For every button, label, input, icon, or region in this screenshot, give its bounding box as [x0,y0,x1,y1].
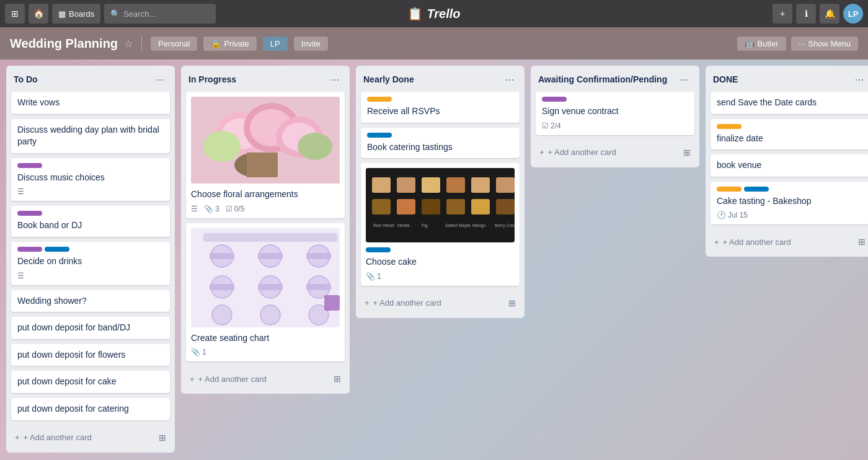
info-button[interactable]: ℹ [796,4,816,24]
card-deposit-catering[interactable]: put down deposit for catering [11,398,170,420]
column-inprogress-menu-btn[interactable]: ··· [327,72,342,87]
personal-button[interactable]: Personal [151,37,197,51]
topbar-right: + ℹ 🔔 LP [773,4,863,24]
column-inprogress-header: In Progress ··· [181,66,350,92]
svg-rect-12 [203,233,337,242]
card-discuss-music[interactable]: Discuss music choices ☰ [11,158,170,201]
card-book-venue[interactable]: book venue [711,154,868,177]
column-todo-title: To Do [14,74,38,84]
column-nearlydone-cards: Receive all RSVPs Book catering tastings [356,92,525,291]
column-inprogress-cards: Choose floral arrangements ☰ 📎 3 ☑ 0/5 [181,92,350,366]
card-decide-drinks[interactable]: Decide on drinks ☰ [11,242,170,285]
user-avatar[interactable]: LP [843,4,863,24]
svg-rect-30 [372,177,391,193]
cake-image: Red Velvet Vanilla Fig Salted Maple Mang… [366,168,515,242]
card-seating-chart[interactable]: Create seating chart 📎 1 [186,223,345,362]
label-blue [367,133,392,138]
done-add-card-btn[interactable]: + + Add another card ⊞ [708,232,868,252]
nearlydone-add-card-btn[interactable]: + + Add another card ⊞ [358,293,522,313]
card-receive-rsvps[interactable]: Receive all RSVPs [361,92,520,123]
add-button[interactable]: + [773,4,792,24]
lp-button[interactable]: LP [263,37,288,51]
card-book-catering[interactable]: Book catering tastings [361,128,520,159]
card-choose-cake[interactable]: Red Velvet Vanilla Fig Salted Maple Mang… [361,163,520,286]
label-purple [542,97,567,102]
column-done-title: DONE [713,74,738,84]
inprogress-add-card-btn[interactable]: + + Add another card ⊞ [184,369,347,389]
label-purple [17,163,42,168]
header-divider [141,36,142,51]
card-title: Choose cake [366,256,515,268]
template-icon: ⊞ [334,374,341,384]
card-book-band[interactable]: Book band or DJ [11,206,170,237]
card-write-vows[interactable]: Write vows [11,92,170,114]
column-nearlydone-header: Nearly Done ··· [356,66,525,92]
card-save-date-cards[interactable]: send Save the Date cards [711,92,868,114]
card-deposit-band[interactable]: put down deposit for band/DJ [11,317,170,339]
svg-point-26 [260,305,280,325]
column-awaiting-cards: Sign venue contract ☑ 2/4 [531,92,699,140]
svg-rect-10 [247,153,278,177]
svg-point-25 [212,305,232,325]
checklist-icon: ☑ [542,122,549,130]
card-finalize-date[interactable]: finalize date [711,119,868,150]
card-title: Discuss wedding day plan with bridal par… [17,124,164,148]
svg-rect-23 [258,284,283,290]
add-card-label: + Add another card [373,298,441,307]
label-yellow [717,187,742,192]
search-button[interactable]: 🔍 Search... [104,4,216,24]
boards-label: Boards [69,9,94,19]
column-done-header: DONE ··· [706,66,868,92]
card-sign-venue[interactable]: Sign venue contract ☑ 2/4 [536,92,694,135]
add-card-icon: + [15,433,20,442]
label-yellow [367,97,392,102]
card-title: put down deposit for band/DJ [17,322,164,334]
svg-rect-33 [446,177,465,193]
template-icon: ⊞ [508,298,516,308]
card-labels [542,97,688,102]
card-title: Write vows [17,97,164,109]
card-wedding-shower[interactable]: Wedding shower? [11,290,170,312]
desc-icon: ☰ [17,272,24,280]
notification-button[interactable]: 🔔 [820,4,839,24]
floral-image [191,97,340,184]
column-done-menu-btn[interactable]: ··· [852,72,867,87]
lock-icon: 🔒 [211,39,221,48]
card-footer: 🕐 Jul 15 [717,211,863,219]
board-title[interactable]: Wedding Planning [10,37,118,51]
home-button[interactable]: 🏠 [29,4,48,24]
card-discuss-wedding-day[interactable]: Discuss wedding day plan with bridal par… [11,119,170,153]
attachment-icon: 📎 [191,348,200,356]
board-star-icon[interactable]: ☆ [124,38,133,50]
boards-icon: ▦ [58,9,66,19]
column-awaiting-menu-btn[interactable]: ··· [677,72,692,87]
svg-rect-16 [210,253,234,259]
awaiting-add-card-btn[interactable]: + + Add another card ⊞ [533,143,697,162]
card-floral-arrangements[interactable]: Choose floral arrangements ☰ 📎 3 ☑ 0/5 [186,92,345,218]
column-nearlydone-title: Nearly Done [363,74,414,84]
private-button[interactable]: 🔒 Private [203,37,256,51]
label-purple [17,211,42,216]
board-canvas: To Do ··· Write vows Discuss wedding day… [0,60,868,460]
boards-button[interactable]: ▦ Boards [52,4,100,24]
invite-button[interactable]: Invite [294,37,328,51]
apps-button[interactable]: ⊞ [5,4,25,24]
column-nearlydone-menu-btn[interactable]: ··· [502,72,517,87]
card-labels [366,247,515,252]
todo-add-card-btn[interactable]: + + Add another card ⊞ [9,428,172,448]
card-cake-tasting[interactable]: Cake tasting - Bakeshop 🕐 Jul 15 [711,182,868,225]
svg-rect-41 [496,199,515,215]
svg-rect-40 [471,199,490,215]
svg-rect-24 [306,284,331,290]
card-deposit-flowers[interactable]: put down deposit for flowers [11,344,170,366]
column-todo-menu-btn[interactable]: ··· [153,72,167,87]
card-labels [17,247,164,252]
svg-rect-38 [422,199,440,215]
butler-button[interactable]: 🤖 Butler [737,37,786,51]
card-deposit-cake[interactable]: put down deposit for cake [11,371,170,393]
card-title: Wedding shower? [17,295,164,307]
card-footer: ☰ [17,272,164,280]
personal-label: Personal [158,39,190,48]
show-menu-button[interactable]: ··· Show Menu [791,37,859,51]
template-icon: ⊞ [683,148,691,157]
